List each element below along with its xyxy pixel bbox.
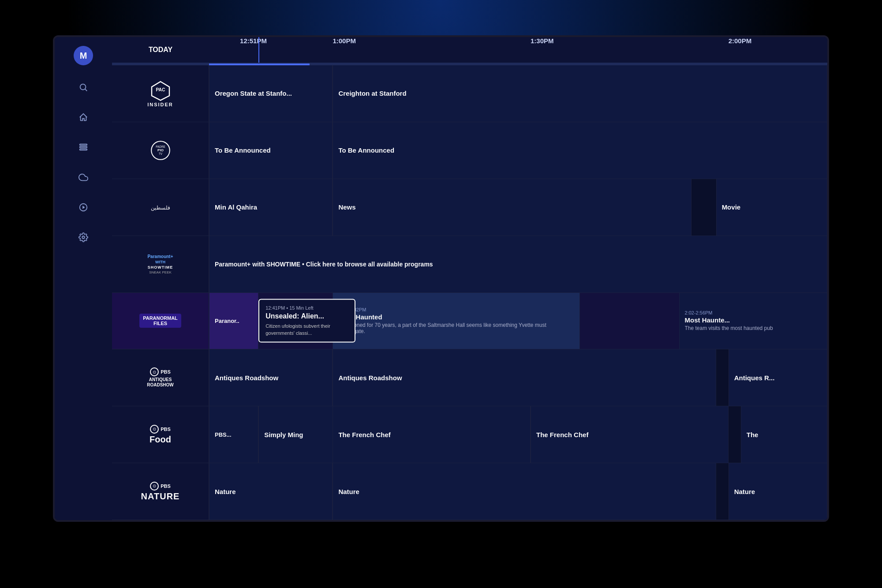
channel-row-pbsfood: ⊙ PBS Food PBS... Simply Ming The French bbox=[112, 406, 827, 463]
time-slot-200: 2:00PM bbox=[729, 37, 752, 45]
program-news[interactable]: News bbox=[333, 179, 691, 236]
svg-point-7 bbox=[82, 236, 85, 239]
program-tba-1[interactable]: To Be Announced bbox=[209, 122, 333, 179]
program-tba-2[interactable]: To Be Announced bbox=[333, 122, 827, 179]
program-nature-3[interactable]: Nature bbox=[729, 463, 827, 520]
channel-logo-pac12[interactable]: PAC INSIDER bbox=[112, 65, 209, 122]
list-icon[interactable] bbox=[75, 139, 91, 155]
channel-programs-padre: To Be Announced To Be Announced bbox=[209, 122, 827, 179]
sneak-peek-text: SNEAK PEEK bbox=[149, 270, 172, 274]
channel-programs-paramount: Paramount+ with SHOWTIME • Click here to… bbox=[209, 236, 827, 292]
program-oregon-state[interactable]: Oregon State at Stanfo... bbox=[209, 65, 333, 122]
program-movie[interactable]: Movie bbox=[716, 179, 827, 236]
sidebar: M bbox=[55, 37, 112, 520]
pac12-logo-svg: PAC bbox=[150, 80, 171, 101]
svg-text:PAC: PAC bbox=[156, 87, 165, 92]
time-slots: 12:51PM 1:00PM 1:30PM 2:00PM bbox=[209, 37, 827, 63]
food-label: Food bbox=[149, 434, 171, 445]
settings-icon[interactable] bbox=[75, 229, 91, 245]
tooltip-time: 12:41PM • 15 Min Left bbox=[265, 305, 348, 311]
play-icon[interactable] bbox=[75, 199, 91, 215]
program-title: The bbox=[747, 431, 822, 438]
channel-programs-alqahira: Min Al Qahira News Movie bbox=[209, 179, 827, 236]
insider-label: INSIDER bbox=[147, 102, 173, 107]
program-title: Antiques R... bbox=[734, 374, 822, 382]
channel-logo-paranormal[interactable]: PARANORMALFILES bbox=[112, 293, 209, 349]
paramount-plus-text: Paramount+ bbox=[147, 254, 173, 259]
program-title: Nature bbox=[734, 488, 822, 495]
program-title: Nature bbox=[215, 488, 327, 495]
program-title: Paranor.. bbox=[215, 318, 253, 324]
channel-grid: PAC INSIDER Oregon State at Stanfo... Cr… bbox=[112, 65, 827, 520]
program-most-haunted-2[interactable]: 2:02-2:56PM Most Haunte... The team visi… bbox=[679, 293, 827, 349]
program-simply-ming[interactable]: Simply Ming bbox=[258, 406, 345, 463]
program-desc: The team visits the most haunted pub bbox=[685, 325, 822, 331]
program-antiques-1[interactable]: Antiques Roadshow bbox=[209, 349, 333, 406]
time-slot-130: 1:30PM bbox=[531, 37, 554, 45]
program-paramount-promo[interactable]: Paramount+ with SHOWTIME • Click here to… bbox=[209, 236, 827, 292]
svg-text:PIO: PIO bbox=[157, 148, 164, 152]
program-creighton[interactable]: Creighton at Stanford bbox=[333, 65, 827, 122]
home-icon[interactable] bbox=[75, 109, 91, 125]
nature-label: NATURE bbox=[141, 491, 180, 502]
svg-rect-2 bbox=[80, 144, 87, 146]
program-time: 2:02-2:56PM bbox=[685, 310, 822, 315]
svg-point-0 bbox=[80, 84, 86, 90]
program-french-chef-3[interactable]: The bbox=[741, 406, 827, 463]
program-nature-2[interactable]: Nature bbox=[333, 463, 716, 520]
showtime-text: SHOWTIME bbox=[148, 265, 173, 270]
program-antiques-3[interactable]: Antiques R... bbox=[729, 349, 827, 406]
main-content: TODAY 12:51PM 1:00PM 1:30PM 2:00PM bbox=[112, 37, 827, 520]
time-header: TODAY 12:51PM 1:00PM 1:30PM 2:00PM bbox=[112, 37, 827, 64]
search-icon[interactable] bbox=[75, 79, 91, 95]
time-slot-100: 1:00PM bbox=[333, 37, 356, 45]
channel-row-pbsnature: ⊙ PBS NATURE Nature Nature Nature bbox=[112, 463, 827, 520]
channel-row-alqahira: فلسطين Min Al Qahira News Movie bbox=[112, 179, 827, 236]
tooltip-desc: Citizen ufologists subvert their governm… bbox=[265, 323, 348, 337]
program-desc: Abandoned for 70 years, a part of the Sa… bbox=[338, 322, 574, 334]
program-tooltip[interactable]: 12:41PM • 15 Min Left Unsealed: Alien...… bbox=[258, 299, 355, 343]
program-french-chef-2[interactable]: The French Chef bbox=[531, 406, 729, 463]
channel-logo-alqahira[interactable]: فلسطين bbox=[112, 179, 209, 236]
program-most-haunted[interactable]: 1:07-2:02PM Most Haunted Abandoned for 7… bbox=[333, 293, 580, 349]
program-title: PBS... bbox=[215, 431, 253, 438]
pbs-label-food: PBS bbox=[161, 427, 171, 432]
channel-row-paranormal: PARANORMALFILES Paranor.. 12:41PM • 15 M… bbox=[112, 293, 827, 350]
program-title: Oregon State at Stanfo... bbox=[215, 90, 327, 97]
program-title: Nature bbox=[338, 488, 710, 495]
tv-frame: M bbox=[53, 35, 829, 522]
pbs-logo-antiques: ⊙ bbox=[150, 367, 159, 376]
today-label: TODAY bbox=[112, 46, 209, 54]
program-pbs-dot[interactable]: PBS... bbox=[209, 406, 258, 463]
svg-marker-6 bbox=[82, 206, 85, 209]
pbs-label-nature: PBS bbox=[161, 483, 171, 489]
channel-programs-pac12: Oregon State at Stanfo... Creighton at S… bbox=[209, 65, 827, 122]
channel-logo-paramount[interactable]: Paramount+ WITH SHOWTIME SNEAK PEEK bbox=[112, 236, 209, 292]
cloud-icon[interactable] bbox=[75, 169, 91, 185]
channel-row-pac12: PAC INSIDER Oregon State at Stanfo... Cr… bbox=[112, 65, 827, 122]
channel-row-padre: PADRE PIO TV To Be Announced To Be Annou… bbox=[112, 122, 827, 179]
channel-programs-paranormal: Paranor.. 12:41PM • 15 Min Left Unsealed… bbox=[209, 293, 827, 349]
svg-text:TV: TV bbox=[158, 152, 162, 155]
alqahira-logo-svg: فلسطين bbox=[147, 201, 174, 214]
channel-programs-antiques: Antiques Roadshow Antiques Roadshow Anti… bbox=[209, 349, 827, 406]
program-title: Paramount+ with SHOWTIME • Click here to… bbox=[215, 261, 822, 268]
pbs-logo-nature: ⊙ bbox=[150, 482, 159, 491]
program-time: 1:07-2:02PM bbox=[338, 307, 574, 312]
channel-logo-pbsnature[interactable]: ⊙ PBS NATURE bbox=[112, 463, 209, 520]
program-title: Antiques Roadshow bbox=[215, 374, 327, 382]
program-title: The French Chef bbox=[338, 431, 525, 438]
svg-text:فلسطين: فلسطين bbox=[151, 205, 170, 211]
program-french-chef-1[interactable]: The French Chef bbox=[333, 406, 531, 463]
with-text: WITH bbox=[155, 260, 165, 264]
program-paranor[interactable]: Paranor.. bbox=[209, 293, 258, 349]
channel-logo-pbsfood[interactable]: ⊙ PBS Food bbox=[112, 406, 209, 463]
channel-logo-padre[interactable]: PADRE PIO TV bbox=[112, 122, 209, 179]
program-title: Most Haunted bbox=[338, 313, 574, 321]
program-antiques-2[interactable]: Antiques Roadshow bbox=[333, 349, 716, 406]
program-min-al-qahira[interactable]: Min Al Qahira bbox=[209, 179, 333, 236]
program-nature-1[interactable]: Nature bbox=[209, 463, 333, 520]
channel-logo-antiques[interactable]: ⊙ PBS ANTIQUESROADSHOW bbox=[112, 349, 209, 406]
user-avatar[interactable]: M bbox=[74, 46, 93, 65]
paranormal-logo-text: PARANORMALFILES bbox=[139, 314, 181, 328]
